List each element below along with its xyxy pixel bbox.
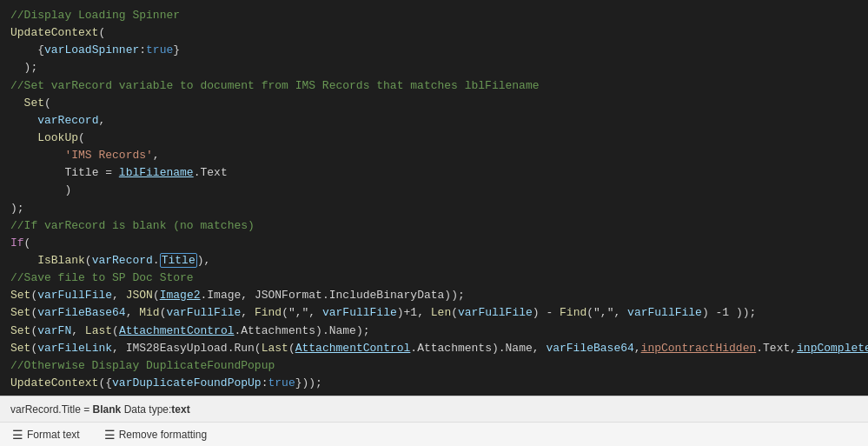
editor-toolbar: ☰ Format text ☰ Remove formatting: [0, 422, 868, 446]
code-line-14: If(: [10, 235, 858, 252]
code-line-6: Set(: [10, 95, 858, 112]
code-line-1: //Display Loading Spinner: [10, 7, 858, 24]
code-editor[interactable]: //Display Loading Spinner UpdateContext(…: [0, 0, 868, 396]
status-separator: =: [81, 403, 93, 416]
code-line-5: //Set varRecord variable to document fro…: [10, 77, 858, 95]
code-line-7: varRecord,: [10, 112, 858, 130]
format-text-label: Format text: [27, 429, 80, 441]
code-line-8: LookUp(: [10, 130, 858, 147]
code-line-3: {varLoadSpinner:true}: [10, 42, 858, 59]
format-text-button[interactable]: ☰ Format text: [7, 426, 85, 443]
remove-formatting-label: Remove formatting: [119, 429, 207, 441]
status-variable: varRecord.Title: [10, 403, 81, 416]
code-line-22: UpdateContext({varDuplicateFoundPopUp:tr…: [10, 375, 858, 392]
code-line-2: UpdateContext(: [10, 24, 858, 42]
status-data-type-value: text: [171, 403, 189, 416]
status-expression: varRecord.Title = Blank Data type:text: [10, 403, 858, 416]
code-line-17: Set(varFullFile, JSON(Image2.Image, JSON…: [10, 287, 858, 304]
format-text-icon: ☰: [12, 428, 23, 442]
code-line-16: //Save file to SP Doc Store: [10, 270, 858, 287]
status-value: Blank: [93, 403, 122, 416]
code-line-12: );: [10, 200, 858, 217]
code-line-19: Set(varFN, Last(AttachmentControl.Attach…: [10, 323, 858, 340]
status-bar: varRecord.Title = Blank Data type:text: [0, 396, 868, 422]
code-line-20: Set(varFileLink, IMS28EasyUpload.Run(Las…: [10, 340, 858, 357]
code-line-21: //Otherwise Display DuplicateFoundPopup: [10, 357, 858, 375]
code-line-13: //If varRecord is blank (no matches): [10, 217, 858, 235]
remove-formatting-button[interactable]: ☰ Remove formatting: [99, 426, 212, 443]
code-line-15: IsBlank(varRecord.Title),: [10, 252, 858, 270]
code-line-4: );: [10, 59, 858, 77]
code-line-11: ): [10, 182, 858, 199]
code-line-9: 'IMS Records',: [10, 147, 858, 164]
code-line-18: Set(varFileBase64, Mid(varFullFile, Find…: [10, 304, 858, 322]
code-line-10: Title = lblFilename.Text: [10, 164, 858, 182]
status-data-type-label: Data type:: [121, 403, 171, 416]
remove-formatting-icon: ☰: [104, 428, 116, 442]
